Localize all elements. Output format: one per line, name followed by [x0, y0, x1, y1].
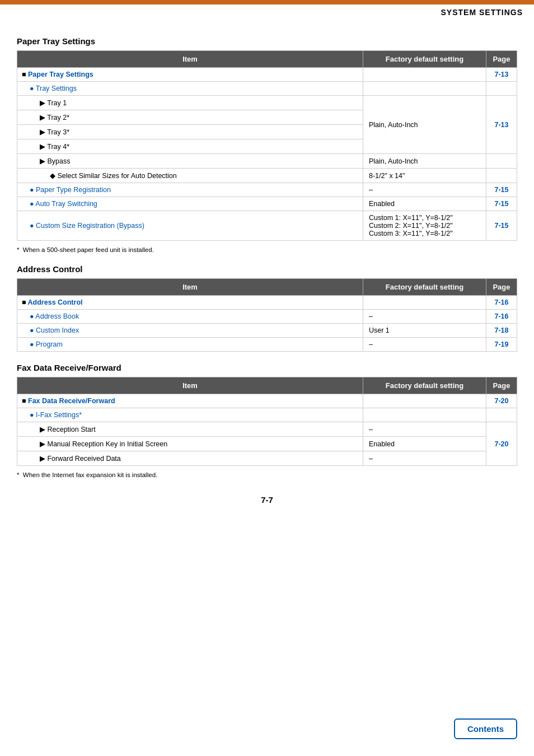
- factory-trays: Plain, Auto-Inch: [363, 96, 486, 154]
- table-row: Tray 1 Plain, Auto-Inch 7-13: [17, 96, 517, 110]
- item-custom-index: Custom Index: [17, 324, 363, 338]
- factory-address-book: –: [363, 310, 486, 324]
- col-item-3: Item: [17, 377, 363, 394]
- factory-auto-tray-switching: Enabled: [363, 197, 486, 211]
- item-tray2: Tray 2*: [17, 110, 363, 125]
- paper-tray-section: Paper Tray Settings Item Factory default…: [17, 36, 517, 253]
- table-row: Address Book – 7-16: [17, 310, 517, 324]
- item-fax-data: Fax Data Receive/Forward: [17, 394, 363, 408]
- bullet-tri-icon: [40, 114, 47, 122]
- item-tray3: Tray 3*: [17, 125, 363, 139]
- page-custom-index: 7-18: [486, 324, 517, 338]
- page-paper-tray-settings: 7-13: [486, 68, 517, 82]
- page-content: Paper Tray Settings Item Factory default…: [0, 0, 534, 527]
- item-custom-size-reg: Custom Size Registration (Bypass): [17, 211, 363, 241]
- factory-manual-reception: Enabled: [363, 437, 486, 451]
- item-address-book: Address Book: [17, 310, 363, 324]
- table-row: Forward Received Data –: [17, 451, 517, 466]
- bullet-circle-icon: [30, 85, 36, 92]
- item-forward-received: Forward Received Data: [17, 451, 363, 466]
- col-item-2: Item: [17, 279, 363, 296]
- contents-button[interactable]: Contents: [454, 718, 517, 739]
- item-tray-settings: Tray Settings: [17, 82, 363, 96]
- bullet-tri-icon: [40, 157, 47, 165]
- table-row: Tray Settings: [17, 82, 517, 96]
- table-row: Auto Tray Switching Enabled 7-15: [17, 197, 517, 211]
- paper-tray-section-title: Paper Tray Settings: [17, 36, 517, 46]
- address-control-section: Address Control Item Factory default set…: [17, 264, 517, 352]
- bullet-tri-icon: [40, 99, 47, 107]
- table-row: Custom Index User 1 7-18: [17, 324, 517, 338]
- factory-tray-settings: [363, 82, 486, 96]
- paper-tray-footnote: * When a 500-sheet paper feed unit is in…: [17, 246, 517, 253]
- bullet-circle-icon: [30, 312, 35, 320]
- page-address-control: 7-16: [486, 296, 517, 310]
- paper-tray-table: Item Factory default setting Page Paper …: [17, 50, 517, 241]
- fax-data-table: Item Factory default setting Page Fax Da…: [17, 377, 517, 466]
- header-bar: [0, 0, 534, 4]
- bullet-circle-icon: [30, 411, 36, 419]
- factory-custom-size-reg: Custom 1: X=11", Y=8-1/2"Custom 2: X=11"…: [363, 211, 486, 241]
- system-settings-title: SYSTEM SETTINGS: [441, 8, 523, 17]
- bullet-circle-icon: [30, 222, 36, 230]
- page-ifax-rows: 7-20: [486, 422, 517, 466]
- bullet-tri-icon: [40, 440, 47, 448]
- factory-paper-type-reg: –: [363, 183, 486, 197]
- table-row: Select Similar Sizes for Auto Detection …: [17, 169, 517, 183]
- factory-fax-data: [363, 394, 486, 408]
- page-paper-type-reg: 7-15: [486, 183, 517, 197]
- col-page-1: Page: [486, 51, 517, 68]
- item-bypass: Bypass: [17, 154, 363, 169]
- item-address-control: Address Control: [17, 296, 363, 310]
- bullet-circle-icon: [30, 340, 36, 348]
- col-item-1: Item: [17, 51, 363, 68]
- item-auto-tray-switching: Auto Tray Switching: [17, 197, 363, 211]
- table-row: Fax Data Receive/Forward 7-20: [17, 394, 517, 408]
- item-paper-type-reg: Paper Type Registration: [17, 183, 363, 197]
- table-row: Custom Size Registration (Bypass) Custom…: [17, 211, 517, 241]
- factory-bypass: Plain, Auto-Inch: [363, 154, 486, 169]
- bullet-tri-icon: [40, 128, 47, 136]
- factory-forward-received: –: [363, 451, 486, 466]
- bullet-diamond-icon: [50, 172, 57, 180]
- page-trays: 7-13: [486, 96, 517, 154]
- item-manual-reception: Manual Reception Key in Initial Screen: [17, 437, 363, 451]
- table-row: Program – 7-19: [17, 338, 517, 352]
- col-factory-3: Factory default setting: [363, 377, 486, 394]
- factory-paper-tray-settings: [363, 68, 486, 82]
- page-tray-settings: [486, 82, 517, 96]
- item-tray1: Tray 1: [17, 96, 363, 110]
- bullet-square-icon: [22, 298, 28, 306]
- table-row: Paper Type Registration – 7-15: [17, 183, 517, 197]
- bullet-tri-icon: [40, 455, 47, 463]
- fax-data-footnote: * When the Internet fax expansion kit is…: [17, 472, 517, 478]
- page-number: 7-7: [17, 495, 517, 505]
- page-auto-tray-switching: 7-15: [486, 197, 517, 211]
- item-program: Program: [17, 338, 363, 352]
- page-ifax-settings: [486, 408, 517, 422]
- fax-data-section: Fax Data Receive/Forward Item Factory de…: [17, 363, 517, 478]
- bullet-square-icon: [22, 71, 28, 78]
- item-reception-start: Reception Start: [17, 422, 363, 437]
- bullet-square-icon: [22, 397, 28, 405]
- col-factory-1: Factory default setting: [363, 51, 486, 68]
- bullet-circle-icon: [30, 200, 35, 208]
- bullet-tri-icon: [40, 426, 47, 433]
- bullet-tri-icon: [40, 143, 47, 151]
- page-custom-size-reg: 7-15: [486, 211, 517, 241]
- col-page-3: Page: [486, 377, 517, 394]
- factory-select-similar: 8-1/2" x 14": [363, 169, 486, 183]
- address-control-table: Item Factory default setting Page Addres…: [17, 278, 517, 352]
- bullet-circle-icon: [30, 326, 36, 334]
- address-control-section-title: Address Control: [17, 264, 517, 274]
- page-select-similar: [486, 169, 517, 183]
- page-address-book: 7-16: [486, 310, 517, 324]
- col-page-2: Page: [486, 279, 517, 296]
- table-row: Paper Tray Settings 7-13: [17, 68, 517, 82]
- item-paper-tray-settings: Paper Tray Settings: [17, 68, 363, 82]
- item-select-similar: Select Similar Sizes for Auto Detection: [17, 169, 363, 183]
- table-row: Reception Start – 7-20: [17, 422, 517, 437]
- item-tray4: Tray 4*: [17, 139, 363, 154]
- factory-program: –: [363, 338, 486, 352]
- table-row: Bypass Plain, Auto-Inch: [17, 154, 517, 169]
